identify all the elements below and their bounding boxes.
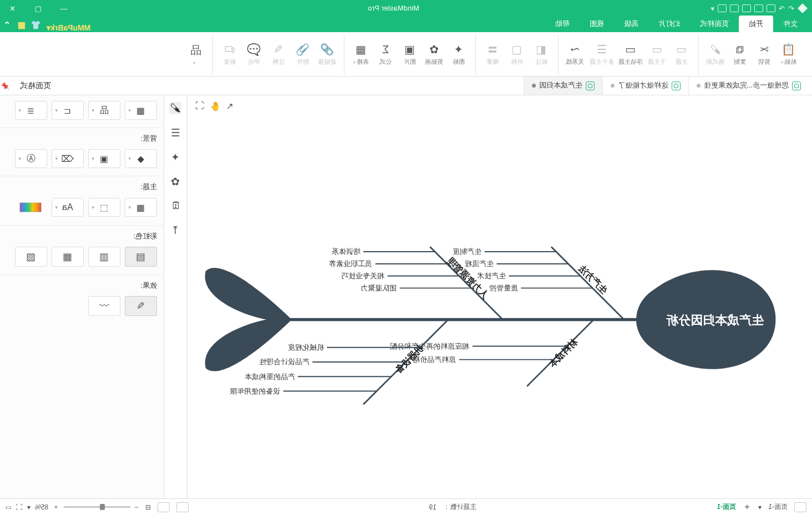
effect-option-2[interactable]: 〰: [88, 296, 120, 316]
collapse-icon[interactable]: ⊟: [145, 503, 151, 511]
theme-preset-dropdown[interactable]: ▦: [125, 198, 157, 217]
svg-text:产品的重构成本: 产品的重构成本: [245, 373, 295, 381]
table-button[interactable]: ▦表格: [349, 37, 373, 73]
menu-slideshow[interactable]: 幻灯片: [648, 16, 690, 32]
bg-remove-dropdown[interactable]: ⌫: [52, 149, 84, 168]
panel-title: 页面格式: [10, 81, 51, 91]
layout-type-dropdown[interactable]: ▦: [125, 101, 157, 120]
menu-view[interactable]: 视图: [580, 16, 614, 32]
export-icon[interactable]: [718, 4, 727, 12]
menu-page-style[interactable]: 页面样式: [690, 16, 739, 32]
outline-button[interactable]: ▢外框: [505, 37, 529, 73]
zoom-out-icon[interactable]: −: [135, 503, 139, 511]
svg-text:生产成本归因分析: 生产成本归因分析: [666, 313, 764, 327]
doc-tab-3[interactable]: 生产成本归因: [524, 77, 602, 95]
save-icon[interactable]: [742, 4, 751, 12]
attachment-button[interactable]: 📎附件: [291, 37, 315, 73]
print-icon[interactable]: [730, 4, 739, 12]
format-painter-button[interactable]: 🖌格式刷: [703, 37, 728, 73]
color-option-2[interactable]: ▥: [88, 247, 120, 267]
view-normal-icon[interactable]: [176, 502, 189, 512]
collapse-ribbon-icon[interactable]: ⌃: [0, 18, 14, 32]
maximize-button[interactable]: ▢: [26, 0, 51, 17]
summary-button[interactable]: 〓概要: [480, 37, 505, 73]
fit-width-icon[interactable]: ▭: [6, 503, 12, 511]
side-format-icon[interactable]: 🖌: [170, 102, 182, 114]
shirt-icon[interactable]: 👕: [29, 18, 43, 32]
current-page[interactable]: 页面-1: [717, 502, 737, 512]
cut-button[interactable]: ✂剪切: [752, 37, 777, 73]
font-dropdown[interactable]: Aa: [52, 198, 84, 217]
menu-file[interactable]: 文件: [773, 16, 808, 32]
zoom-in-icon[interactable]: ＋: [53, 502, 59, 512]
color-option-1[interactable]: ▤: [125, 247, 157, 267]
tab-status-dot: [532, 84, 536, 88]
clipart-button[interactable]: ✿剪贴画: [422, 37, 446, 73]
side-outline-icon[interactable]: ☰: [170, 126, 182, 139]
page-dropdown-icon[interactable]: ▾: [758, 503, 762, 511]
fit-tool-icon[interactable]: ⛶: [195, 101, 204, 111]
svg-text:员工职业素养: 员工职业素养: [329, 259, 372, 268]
number-dropdown[interactable]: ≣: [15, 101, 47, 120]
topic-button[interactable]: ▭主题: [669, 37, 694, 73]
layout-dropdown[interactable]: 品: [184, 37, 208, 73]
open-icon[interactable]: [754, 4, 763, 12]
tab-status-dot: [697, 84, 701, 88]
subtopic-button[interactable]: ▭子主题: [645, 37, 669, 73]
effect-option-1[interactable]: ✎: [125, 296, 157, 316]
side-export-icon[interactable]: ⤒: [170, 224, 182, 236]
doc-tab-1[interactable]: 思维做一步...完成效果更佳: [688, 77, 809, 95]
rainbow-swatch[interactable]: [14, 197, 47, 217]
theme-color-dropdown[interactable]: ⬚: [88, 198, 120, 217]
undo-icon[interactable]: ↶: [788, 4, 794, 13]
icon-button[interactable]: ✦图标: [446, 37, 471, 73]
paste-button[interactable]: 📋粘贴: [777, 37, 801, 73]
pin-icon[interactable]: 📌: [2, 82, 10, 90]
menu-start[interactable]: 开始: [739, 16, 773, 32]
annotate-button[interactable]: ◧标注: [529, 37, 554, 73]
canvas[interactable]: 生产成本归因分析 生产方法 质量管控 生产技术 生产流程 生产制度 人力资源管理…: [187, 95, 812, 498]
grid-icon[interactable]: ▦: [14, 18, 29, 32]
menu-help[interactable]: 帮助: [545, 16, 580, 32]
color-option-4[interactable]: ▧: [15, 247, 47, 267]
menu-advanced[interactable]: 高级: [614, 16, 648, 32]
close-button[interactable]: ✕: [0, 0, 26, 17]
doc-tab-2[interactable]: 这样做才能做了: [602, 77, 688, 95]
tag-button[interactable]: 🏷标签: [217, 37, 242, 73]
hand-tool-icon[interactable]: ✋: [210, 101, 221, 111]
bg-label: 背景:: [7, 134, 157, 144]
floating-topic-button[interactable]: ▭浮动主题: [616, 37, 645, 73]
side-clipart-icon[interactable]: ✿: [170, 175, 182, 187]
hyperlink-button[interactable]: 🔗超链接: [315, 37, 339, 73]
side-task-icon[interactable]: 🗓: [170, 200, 182, 212]
new-icon[interactable]: [767, 4, 775, 12]
cursor-tool-icon[interactable]: ↖: [226, 101, 234, 111]
redo-icon[interactable]: ↷: [779, 4, 785, 13]
svg-text:材料成本: 材料成本: [546, 336, 579, 369]
color-option-3[interactable]: ▦: [52, 247, 84, 267]
qat-more-icon[interactable]: ▾: [710, 4, 714, 13]
watermark-dropdown[interactable]: Ⓐ: [15, 149, 47, 168]
fit-page-icon[interactable]: ⛶: [16, 503, 23, 511]
svg-text:培训体系: 培训体系: [332, 247, 361, 256]
zoom-dropdown-icon[interactable]: ▾: [27, 503, 31, 511]
zoom-slider[interactable]: [64, 506, 130, 508]
brand-text[interactable]: MMuPaBrk▾: [43, 23, 94, 32]
copy-button[interactable]: ⧉复制: [728, 37, 752, 73]
add-page-icon[interactable]: ＋: [743, 501, 752, 513]
bg-image-dropdown[interactable]: ▣: [88, 149, 120, 168]
view-mode-1[interactable]: [794, 502, 806, 512]
topic-count: 19: [429, 503, 437, 511]
note-button[interactable]: ✎注释: [266, 37, 291, 73]
comment-button[interactable]: 💬评论: [242, 37, 266, 73]
minimize-button[interactable]: —: [51, 0, 77, 17]
relation-button[interactable]: ⤳关系线: [563, 37, 587, 73]
formula-button[interactable]: Σ公式: [373, 37, 398, 73]
picture-button[interactable]: ▣图片: [398, 37, 422, 73]
connector-dropdown[interactable]: 品: [88, 101, 120, 120]
view-full-icon[interactable]: [158, 502, 170, 512]
multi-topic-button[interactable]: ☰多个主题: [587, 37, 616, 73]
branch-dropdown[interactable]: ⊏: [52, 101, 84, 120]
bg-color-dropdown[interactable]: ◆: [125, 149, 157, 168]
side-icon-icon[interactable]: ✦: [170, 151, 182, 163]
